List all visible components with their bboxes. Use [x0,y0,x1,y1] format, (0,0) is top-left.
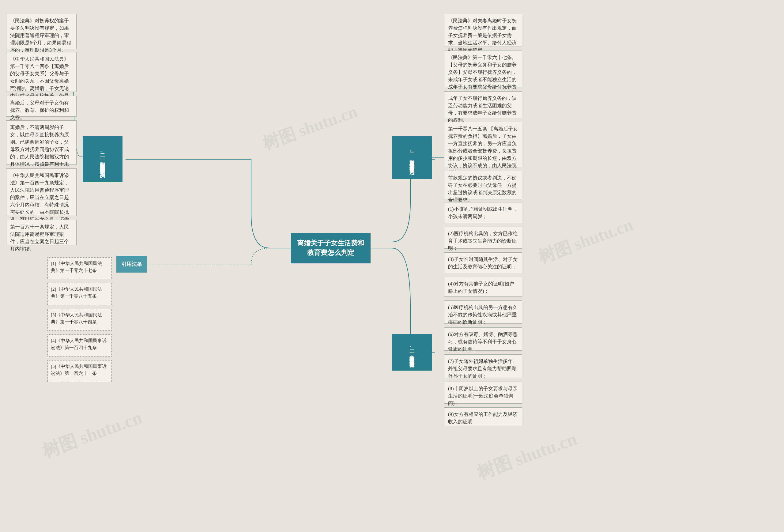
leaf-r2-5-text: (5)医疗机构出具的另一方患有久治不愈的传染性疾病或其他严重疾病的诊断证明； [448,305,517,325]
leaf-r1-5: 前款规定的协议或者判决，不妨碍子女在必要时向父母任一方提出超过协议或者判决原定数… [444,171,522,199]
watermark-2: 树图 shutu.cn [259,100,360,155]
leaf-l1-3-text: 离婚后，父母对于子女仍有抚养、教育、保护的权利和义务。 [10,100,69,120]
leaf-r2-3-text: (3)子女长时间随其生活、对子女的生活及教育倾心关注的证明； [448,257,517,269]
leaf-l1-1: 《民法典》对抚养权的案子要多久判决没有规定，如果法院用普通程序审理的，审理期限是… [6,14,77,49]
leaf-r1-4: 第一千零八十五条 【离婚后子女抚养费的负担】离婚后，子女由一方直接抚养的，另一方… [444,122,522,167]
leaf-l1-6: 第一百六十一条规定，人民法院适用简易程序审理案件，应当在立案之日起三个月内审结。 [6,220,77,245]
leaf-r2-9-text: (9)女方有相应的工作能力及经济收入的证明 [448,412,517,424]
ref-item-2-text: [2]《中华人民共和国民法典》第一千零八十五条 [51,287,102,299]
branch-right-1: 一、离婚关于子女生活费和教育费怎么判定 [392,136,432,179]
leaf-r1-4-text: 第一千零八十五条 【离婚后子女抚养费的负担】离婚后，子女由一方直接抚养的，另一方… [448,126,518,175]
leaf-l1-4: 离婚后，不满两周岁的子女，以由母亲直接抚养为原则。已满两周岁的子女，父母双方对抚… [6,120,77,165]
leaf-l1-1-text: 《民法典》对抚养权的案子要多久判决没有规定，如果法院用普通程序审理的，审理期限是… [10,18,72,53]
leaf-r2-2: (2)医疗机构出具的，女方已作绝育手术或丧失生育能力的诊断证明； [444,227,522,249]
leaf-r2-8-text: (8)十周岁以上的子女要求与母亲生活的证明(一般法庭会单独询问)； [448,386,517,406]
ref-item-4-text: [4]《中华人民共和国民事诉讼法》第一百四十九条 [51,338,107,350]
ref-item-5-text: [5]《中华人民共和国民事诉讼法》第一百六十一条 [51,364,107,376]
watermark-4: 树图 shutu.cn [535,214,636,269]
leaf-r2-7-text: (7)子女随外祖姆单独生活多年、外祖父母要求且有能力帮助照顾外孙子女的证明； [448,359,517,379]
leaf-r1-5-text: 前款规定的协议或者判决，不妨碍子女在必要时向父母任一方提出超过协议或者判决原定数… [448,175,516,202]
watermark-3: 树图 shutu.cn [474,427,580,485]
leaf-l1-5: 《中华人民共和国民事诉讼法》第一百四十九条规定，人民法院适用普通程序审理的案件，… [6,168,77,216]
leaf-r2-4-text: (4)对方有其他子女的证明(如户籍上的子女情况)； [448,281,514,294]
leaf-r1-2: 《民法典》第一千零六十七条。【父母的抚养义务和子女的赡养义务】父母不履行抚养义务… [444,51,522,87]
leaf-r2-1: (1)小孩的户籍证明或出生证明，小孩未满两周岁； [444,202,522,223]
leaf-r1-2-text: 《民法典》第一千零六十七条。【父母的抚养义务和子女的赡养义务】父母不履行抚养义务… [448,55,516,97]
ref-item-4: [4]《中华人民共和国民事诉讼法》第一百四十九条 [48,334,112,357]
leaf-l1-3: 离婚后，父母对于子女仍有抚养、教育、保护的权利和义务。 [6,96,77,117]
leaf-r2-7: (7)子女随外祖姆单独生活多年、外祖父母要求且有能力帮助照顾外孙子女的证明； [444,354,522,378]
ref-section-label: 引用法条 [116,256,147,273]
leaf-r2-3: (3)子女长时间随其生活、对子女的生活及教育倾心关注的证明； [444,252,522,273]
branch-right-1-label: 一、离婚关于子女生活费和教育费怎么判定 [409,149,415,166]
ref-item-1-text: [1]《中华人民共和国民法典》第一千零六十七条 [51,261,102,273]
ref-item-3: [3]《中华人民共和国民法典》第一千零八十四条 [48,309,112,331]
leaf-l1-2: 《中华人民共和国民法典》第一千零八十四条【离婚后的父母子女关系】父母与子女间的关… [6,52,77,92]
ref-item-5: [5]《中华人民共和国民事诉讼法》第一百六十一条 [48,360,112,382]
leaf-l1-6-text: 第一百六十一条规定，人民法院适用简易程序审理案件，应当在立案之日起三个月内审结。 [10,224,69,251]
leaf-r2-2-text: (2)医疗机构出具的，女方已作绝育手术或丧失生育能力的诊断证明； [448,231,517,251]
watermark-1: 树图 shutu.cn [39,405,145,464]
ref-label-text: 引用法条 [121,261,142,268]
leaf-r1-3: 成年子女不履行赡养义务的，缺乏劳动能力或者生活困难的父母，有要求成年子女给付赡养… [444,91,522,118]
leaf-r1-1: 《民法典》对夫妻离婚时子女抚养费怎样判决没有作出规定，而子女抚养费一般是依据子女… [444,14,522,47]
branch-right-2: 三、争夺孩子抚养权怎么收集证据 [392,334,432,371]
branch-left-1-label: 二、一般的抚养权的案子要多久判决 [99,149,106,169]
leaf-r2-6-text: (6)对方有吸毒、赌博、酗酒等恶习，或有虐待等不利于子女身心健康的证明； [448,332,517,352]
branch-left-1: 二、一般的抚养权的案子要多久判决 [83,136,122,182]
branch-right-2-label: 三、争夺孩子抚养权怎么收集证据 [409,345,415,359]
leaf-r2-6: (6)对方有吸毒、赌博、酗酒等恶习，或有虐待等不利于子女身心健康的证明； [444,328,522,351]
leaf-r2-5: (5)医疗机构出具的另一方患有久治不愈的传染性疾病或其他严重疾病的诊断证明； [444,301,522,324]
leaf-r2-8: (8)十周岁以上的子女要求与母亲生活的证明(一般法庭会单独询问)； [444,382,522,404]
leaf-r1-3-text: 成年子女不履行赡养义务的，缺乏劳动能力或者生活困难的父母，有要求成年子女给付赡养… [448,95,516,123]
ref-item-2: [2]《中华人民共和国民法典》第一千零八十五条 [48,283,112,305]
leaf-r2-4: (4)对方有其他子女的证明(如户籍上的子女情况)； [444,277,522,297]
leaf-r1-1-text: 《民法典》对夫妻离婚时子女抚养费怎样判决没有作出规定，而子女抚养费一般是依据子女… [448,18,516,53]
central-node: 离婚关于子女生活费和教育费怎么判定 [291,233,370,263]
leaf-r2-9: (9)女方有相应的工作能力及经济收入的证明 [444,407,522,426]
leaf-r2-1-text: (1)小孩的户籍证明或出生证明，小孩未满两周岁； [448,206,517,219]
ref-item-3-text: [3]《中华人民共和国民法典》第一千零八十四条 [51,312,102,324]
ref-item-1: [1]《中华人民共和国民法典》第一千零六十七条 [48,257,112,279]
